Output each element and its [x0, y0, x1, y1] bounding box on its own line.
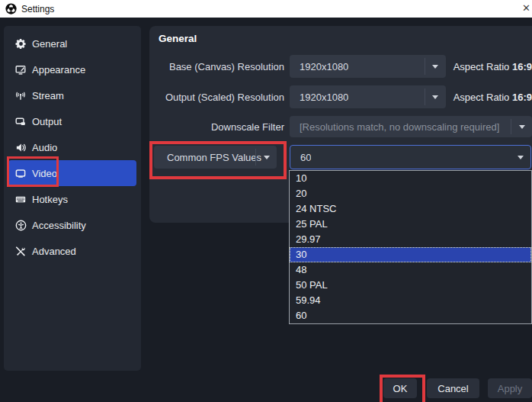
fps-dropdown-list: 10 20 24 NTSC 25 PAL 29.97 30 48 50 PAL … — [289, 170, 532, 324]
chevron-down-icon[interactable] — [256, 146, 277, 169]
settings-window: Settings ✕ General Appearance — [0, 0, 532, 402]
fps-value-combobox[interactable]: 60 — [290, 145, 531, 169]
gear-icon — [14, 37, 27, 50]
downscale-filter-value: [Resolutions match, no downscaling requi… — [290, 121, 499, 133]
sidebar-item-label: Accessibility — [32, 220, 86, 231]
output-resolution-combobox[interactable]: 1920x1080 — [290, 85, 446, 108]
obs-logo-icon — [5, 3, 17, 14]
output-resolution-label: Output (Scaled) Resolution — [149, 92, 284, 103]
fps-type-combobox[interactable]: Common FPS Values — [154, 146, 277, 169]
sidebar-item-audio[interactable]: Audio — [4, 134, 141, 160]
tools-icon — [14, 245, 27, 258]
base-resolution-value: 1920x1080 — [290, 61, 348, 72]
sidebar-item-label: Hotkeys — [32, 194, 68, 205]
fps-type-value: Common FPS Values — [154, 152, 261, 163]
sidebar-item-accessibility[interactable]: Accessibility — [4, 212, 141, 238]
fps-current-value: 60 — [290, 152, 311, 163]
sidebar-item-label: Stream — [32, 90, 64, 101]
sidebar-item-label: Output — [32, 116, 62, 127]
sidebar-item-appearance[interactable]: Appearance — [4, 56, 141, 82]
aspect-ratio-value: 16:9 — [512, 92, 532, 103]
fps-option-60[interactable]: 60 — [290, 308, 531, 323]
base-resolution-row: Base (Canvas) Resolution 1920x1080 Aspec… — [149, 55, 532, 78]
base-resolution-combobox[interactable]: 1920x1080 — [290, 55, 446, 78]
sidebar-item-advanced[interactable]: Advanced — [4, 238, 141, 264]
fps-option-25pal[interactable]: 25 PAL — [290, 217, 531, 232]
titlebar: Settings ✕ — [0, 0, 532, 18]
aspect-ratio-value: 16:9 — [512, 61, 532, 72]
fps-option-48[interactable]: 48 — [290, 262, 531, 278]
sidebar-item-label: Advanced — [32, 246, 76, 257]
downscale-filter-combobox[interactable]: [Resolutions match, no downscaling requi… — [290, 116, 532, 137]
sidebar-item-label: Video — [32, 168, 57, 179]
settings-sidebar: General Appearance Stream — [4, 26, 141, 371]
output-icon — [14, 115, 27, 128]
output-resolution-row: Output (Scaled) Resolution 1920x1080 Asp… — [149, 85, 532, 108]
fps-row: Common FPS Values 60 — [149, 145, 532, 169]
fps-option-30[interactable]: 30 — [290, 247, 531, 262]
video-monitor-icon — [14, 167, 27, 180]
output-resolution-value: 1920x1080 — [290, 92, 348, 103]
sidebar-item-label: Appearance — [32, 64, 85, 76]
fps-option-10[interactable]: 10 — [290, 171, 531, 186]
sidebar-item-label: General — [32, 38, 67, 50]
audio-speaker-icon — [14, 141, 27, 154]
chevron-down-icon[interactable] — [425, 55, 446, 78]
appearance-icon — [14, 63, 27, 76]
sidebar-item-hotkeys[interactable]: Hotkeys — [4, 186, 141, 212]
sidebar-item-stream[interactable]: Stream — [4, 82, 141, 108]
sidebar-item-general[interactable]: General — [4, 31, 141, 56]
cancel-button[interactable]: Cancel — [427, 378, 479, 398]
fps-option-2997[interactable]: 29.97 — [290, 232, 531, 247]
panel-header: General — [159, 33, 197, 44]
fps-option-20[interactable]: 20 — [290, 186, 531, 201]
close-icon[interactable]: ✕ — [522, 2, 532, 14]
stream-antenna-icon — [14, 89, 27, 102]
downscale-filter-label: Downscale Filter — [149, 121, 284, 133]
aspect-ratio-text: Aspect Ratio 16:9 — [453, 92, 532, 103]
sidebar-item-output[interactable]: Output — [4, 108, 141, 134]
sidebar-item-label: Audio — [32, 142, 57, 153]
accessibility-icon — [14, 219, 27, 232]
sidebar-item-video[interactable]: Video — [8, 160, 136, 186]
fps-option-5994[interactable]: 59.94 — [290, 293, 531, 308]
ok-button[interactable]: OK — [383, 378, 417, 398]
downscale-filter-row: Downscale Filter [Resolutions match, no … — [149, 116, 532, 137]
keyboard-icon — [14, 193, 27, 206]
window-title: Settings — [21, 4, 54, 14]
fps-option-50pal[interactable]: 50 PAL — [290, 278, 531, 293]
aspect-ratio-text: Aspect Ratio 16:9 — [453, 61, 532, 72]
base-resolution-label: Base (Canvas) Resolution — [149, 61, 284, 72]
apply-button[interactable]: Apply — [488, 378, 532, 398]
fps-option-24ntsc[interactable]: 24 NTSC — [290, 201, 531, 217]
chevron-down-icon[interactable] — [425, 85, 446, 108]
chevron-down-icon[interactable] — [511, 116, 532, 137]
chevron-down-icon[interactable] — [510, 146, 530, 169]
